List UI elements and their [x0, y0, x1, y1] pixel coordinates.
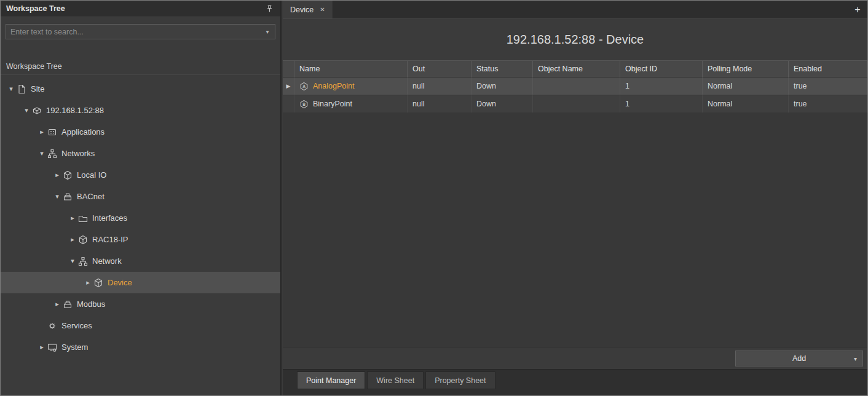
chevron-down-icon[interactable]: ▾: [36, 149, 47, 157]
chevron-down-icon[interactable]: ▾: [854, 355, 857, 362]
chevron-right-icon[interactable]: ▸: [52, 171, 63, 179]
tree-item-rac18-ip[interactable]: ▸ RAC18-IP: [1, 229, 280, 250]
out-cell[interactable]: null: [408, 95, 471, 113]
tree-item-label: Network: [92, 256, 122, 266]
add-button[interactable]: Add ▾: [735, 350, 863, 366]
polling-mode-cell[interactable]: Normal: [703, 77, 789, 95]
tree-item-applications[interactable]: ▸ Applications: [1, 121, 280, 143]
tab-property-sheet[interactable]: Property Sheet: [425, 371, 495, 389]
tree-item-networks[interactable]: ▾ Networks: [1, 143, 280, 164]
search-combobox[interactable]: ▾: [6, 24, 275, 39]
chevron-right-icon[interactable]: ▸: [36, 128, 47, 136]
tree-item-label: Applications: [61, 127, 105, 137]
chevron-right-icon[interactable]: ▸: [67, 214, 78, 222]
workspace-tree-section-label: Workspace Tree: [1, 58, 280, 75]
tree-item-interfaces[interactable]: ▸ Interfaces: [1, 207, 280, 229]
chevron-down-icon[interactable]: ▾: [52, 192, 63, 200]
object-name-cell[interactable]: [533, 95, 620, 113]
services-icon: [47, 321, 57, 331]
tree-item-label: Device: [108, 278, 132, 287]
tree-item-label: Local IO: [77, 170, 106, 180]
pin-icon[interactable]: [264, 3, 275, 14]
status-cell[interactable]: Down: [471, 77, 533, 95]
tab-wire-sheet[interactable]: Wire Sheet: [367, 371, 424, 389]
point-name: BinaryPoint: [313, 95, 352, 113]
tab-device[interactable]: Device ✕: [283, 1, 333, 18]
name-cell[interactable]: A AnalogPoint: [294, 77, 408, 95]
chevron-right-icon[interactable]: ▸: [52, 300, 63, 308]
column-header-object-name[interactable]: Object Name: [533, 61, 620, 77]
tree-item-label: 192.168.1.52:88: [46, 106, 104, 115]
column-header-polling-mode[interactable]: Polling Mode: [703, 61, 789, 77]
object-id-cell[interactable]: 1: [620, 77, 703, 95]
tree-item-label: System: [61, 343, 88, 352]
device-view-panel: Device ✕ + 192.168.1.52:88 - Device Name…: [283, 1, 867, 395]
add-button-label: Add: [792, 354, 806, 363]
device-cube-icon: [93, 278, 103, 288]
tab-point-manager[interactable]: Point Manager: [297, 371, 365, 389]
name-cell[interactable]: B BinaryPoint: [294, 95, 408, 113]
add-toolbar: Add ▾: [283, 347, 867, 369]
chevron-down-icon[interactable]: ▾: [67, 257, 78, 265]
chevron-right-icon[interactable]: ▸: [36, 343, 47, 351]
table-row[interactable]: ▶ A AnalogPoint null Down 1 Normal true: [283, 77, 867, 95]
enabled-cell[interactable]: true: [789, 77, 867, 95]
binary-point-icon: B: [299, 100, 309, 109]
workspace-tree-header: Workspace Tree: [1, 1, 280, 17]
document-tab-bar: Device ✕ +: [283, 1, 867, 19]
chevron-right-icon[interactable]: ▸: [82, 279, 93, 287]
tree-item-services[interactable]: Services: [1, 315, 280, 336]
row-marker-cell: [283, 95, 294, 113]
new-tab-button[interactable]: +: [848, 1, 867, 18]
network-icon: [78, 256, 88, 266]
tab-label: Device: [290, 6, 314, 14]
search-area: ▾: [1, 17, 280, 39]
object-name-cell[interactable]: [533, 77, 620, 95]
svg-text:B: B: [302, 101, 306, 106]
tree-item-label: RAC18-IP: [92, 235, 128, 244]
station-icon: [32, 106, 42, 116]
close-icon[interactable]: ✕: [320, 6, 325, 13]
column-header-status[interactable]: Status: [471, 61, 533, 77]
selected-row-marker: ▶: [283, 77, 294, 95]
tree-item-label: BACnet: [77, 192, 105, 201]
tree-item-label: Interfaces: [92, 213, 127, 223]
tree-item-station[interactable]: ▾ 192.168.1.52:88: [1, 100, 280, 121]
tree-item-local-io[interactable]: ▸ Local IO: [1, 164, 280, 186]
tree-item-network[interactable]: ▾ Network: [1, 250, 280, 272]
table-empty-area: [283, 113, 867, 347]
tree-item-site[interactable]: ▾ Site: [1, 78, 280, 100]
point-name: AnalogPoint: [313, 77, 354, 95]
tree-item-device[interactable]: ▸ Device: [1, 272, 280, 293]
column-header-out[interactable]: Out: [408, 61, 471, 77]
svg-text:A: A: [302, 84, 306, 88]
network-icon: [47, 149, 57, 159]
view-tab-bar: Point Manager Wire Sheet Property Sheet: [283, 369, 867, 395]
table-row[interactable]: B BinaryPoint null Down 1 Normal true: [283, 95, 867, 113]
document-icon: [17, 84, 26, 94]
column-header-name[interactable]: Name: [294, 61, 408, 77]
chevron-down-icon[interactable]: ▾: [6, 85, 17, 93]
enabled-cell[interactable]: true: [789, 95, 867, 113]
out-cell[interactable]: null: [408, 77, 471, 95]
analog-point-icon: A: [299, 82, 309, 91]
tree-item-label: Site: [31, 84, 44, 93]
column-header-object-id[interactable]: Object ID: [620, 61, 703, 77]
tree-item-label: Networks: [61, 149, 95, 158]
status-cell[interactable]: Down: [471, 95, 533, 113]
chevron-down-icon[interactable]: ▾: [21, 106, 32, 114]
search-input[interactable]: [6, 28, 260, 36]
io-cube-icon: [63, 170, 73, 180]
tree-item-modbus[interactable]: ▸ Modbus: [1, 293, 280, 315]
tree-item-label: Services: [61, 321, 92, 330]
workspace-tree-title: Workspace Tree: [6, 4, 65, 13]
object-id-cell[interactable]: 1: [620, 95, 703, 113]
column-header-enabled[interactable]: Enabled: [789, 61, 867, 77]
chevron-right-icon[interactable]: ▸: [67, 236, 78, 244]
protocol-stack-icon: [63, 192, 73, 202]
tree-item-bacnet[interactable]: ▾ BACnet: [1, 186, 280, 207]
chevron-down-icon[interactable]: ▾: [260, 28, 275, 35]
application-window: Workspace Tree ▾ Workspace Tree ▾ Site ▾…: [0, 0, 868, 396]
polling-mode-cell[interactable]: Normal: [703, 95, 789, 113]
tree-item-system[interactable]: ▸ System: [1, 336, 280, 358]
